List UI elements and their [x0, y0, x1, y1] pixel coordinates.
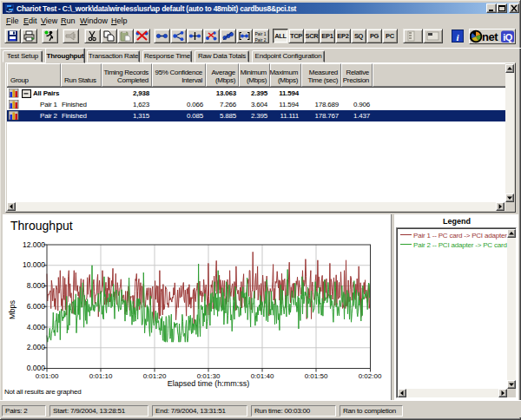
svg-text:0:01:10: 0:01:10 [89, 372, 113, 380]
svg-text:2.000: 2.000 [27, 343, 46, 351]
svg-text:Mbps: Mbps [8, 300, 16, 320]
svg-text:6.000: 6.000 [27, 302, 46, 311]
svg-text:net: net [482, 30, 498, 43]
svg-text:i: i [456, 32, 459, 43]
svg-text:0:01:50: 0:01:50 [305, 372, 328, 380]
svg-text:Pair 2: Pair 2 [255, 37, 267, 43]
svg-text:Elapsed time (h:mm:ss): Elapsed time (h:mm:ss) [168, 379, 250, 388]
svg-text:iQ: iQ [503, 32, 513, 43]
svg-text:0:01:40: 0:01:40 [251, 372, 274, 380]
svg-text:0.000: 0.000 [27, 364, 46, 372]
svg-text:0:01:00: 0:01:00 [36, 372, 59, 380]
svg-text:Pair 1: Pair 1 [255, 31, 267, 36]
svg-text:12.000: 12.000 [23, 240, 45, 249]
svg-text:0:01:20: 0:01:20 [143, 372, 167, 380]
svg-text:4.000: 4.000 [27, 323, 46, 331]
svg-text:0:02:00: 0:02:00 [359, 372, 382, 380]
svg-text:Throughput: Throughput [10, 219, 73, 233]
svg-text:8.000: 8.000 [27, 281, 46, 290]
svg-text:10.000: 10.000 [23, 260, 45, 269]
